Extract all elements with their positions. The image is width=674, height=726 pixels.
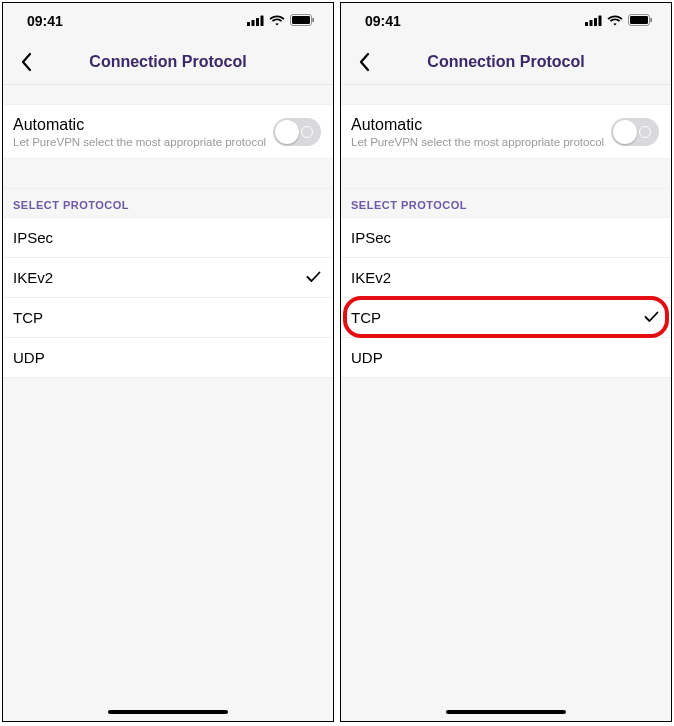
protocol-label: TCP [13,309,43,326]
protocol-label: IKEv2 [351,269,391,286]
status-bar: 09:41 [341,3,671,39]
protocol-label: IPSec [13,229,53,246]
protocol-label: TCP [351,309,381,326]
automatic-sublabel: Let PureVPN select the most appropriate … [351,136,611,148]
page-title: Connection Protocol [89,53,246,71]
automatic-toggle[interactable] [611,118,659,146]
protocol-list: IPSec IKEv2 TCP UDP [3,218,333,378]
svg-rect-10 [599,16,602,27]
svg-rect-7 [585,22,588,26]
checkmark-icon [305,269,321,287]
section-header: SELECT PROTOCOL [341,189,671,218]
protocol-list: IPSec IKEv2 TCP UDP [341,218,671,378]
automatic-sublabel: Let PureVPN select the most appropriate … [13,136,273,148]
protocol-row-udp[interactable]: UDP [341,338,671,378]
phone-screen-left: 09:41 Connection Protocol Automatic Let … [2,2,334,722]
toggle-knob [275,120,299,144]
protocol-label: IPSec [351,229,391,246]
spacer [3,85,333,105]
automatic-text: Automatic Let PureVPN select the most ap… [13,115,273,148]
battery-icon [290,12,315,30]
nav-header: Connection Protocol [341,39,671,85]
page-title: Connection Protocol [427,53,584,71]
automatic-row[interactable]: Automatic Let PureVPN select the most ap… [3,105,333,159]
wifi-icon [269,12,285,30]
status-bar: 09:41 [3,3,333,39]
svg-rect-2 [256,18,259,26]
cellular-icon [247,12,264,30]
svg-rect-8 [590,20,593,26]
automatic-text: Automatic Let PureVPN select the most ap… [351,115,611,148]
automatic-toggle[interactable] [273,118,321,146]
svg-rect-1 [252,20,255,26]
protocol-row-tcp[interactable]: TCP [341,298,671,338]
section-header: SELECT PROTOCOL [3,189,333,218]
chevron-left-icon [20,52,32,72]
status-time: 09:41 [365,13,401,29]
protocol-row-ipsec[interactable]: IPSec [3,218,333,258]
spacer [341,85,671,105]
home-indicator[interactable] [108,710,228,714]
status-icons [585,12,653,30]
svg-rect-6 [312,18,314,22]
svg-rect-5 [292,16,310,24]
svg-rect-9 [594,18,597,26]
protocol-row-udp[interactable]: UDP [3,338,333,378]
battery-icon [628,12,653,30]
status-time: 09:41 [27,13,63,29]
wifi-icon [607,12,623,30]
svg-rect-0 [247,22,250,26]
phone-screen-right: 09:41 Connection Protocol Automatic Let … [340,2,672,722]
toggle-knob [613,120,637,144]
nav-header: Connection Protocol [3,39,333,85]
svg-rect-13 [650,18,652,22]
automatic-label: Automatic [351,115,611,134]
protocol-label: UDP [351,349,383,366]
checkmark-icon [643,309,659,327]
chevron-left-icon [358,52,370,72]
protocol-row-ikev2[interactable]: IKEv2 [3,258,333,298]
protocol-row-ipsec[interactable]: IPSec [341,218,671,258]
svg-rect-3 [261,16,264,27]
svg-rect-12 [630,16,648,24]
automatic-row[interactable]: Automatic Let PureVPN select the most ap… [341,105,671,159]
protocol-label: IKEv2 [13,269,53,286]
protocol-row-tcp[interactable]: TCP [3,298,333,338]
status-icons [247,12,315,30]
automatic-label: Automatic [13,115,273,134]
protocol-label: UDP [13,349,45,366]
back-button[interactable] [349,47,379,77]
spacer [3,159,333,189]
back-button[interactable] [11,47,41,77]
home-indicator[interactable] [446,710,566,714]
protocol-row-ikev2[interactable]: IKEv2 [341,258,671,298]
cellular-icon [585,12,602,30]
spacer [341,159,671,189]
